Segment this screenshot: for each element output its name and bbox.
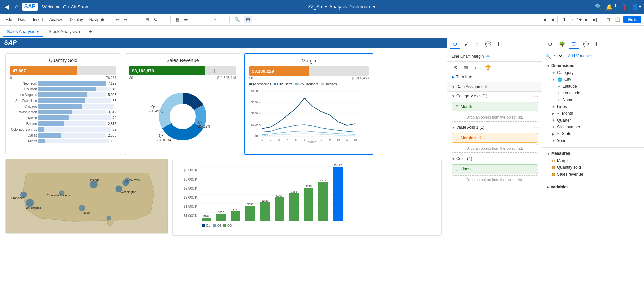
more-btn-4[interactable]: ···: [220, 16, 227, 23]
panel-tab-format[interactable]: ≡: [473, 40, 481, 49]
var-tab-hierarchy[interactable]: 🌳: [556, 40, 568, 49]
turn-into-row[interactable]: ▶ Turn Into...: [447, 73, 542, 82]
dim-category[interactable]: ✦ Category: [547, 69, 640, 76]
dashboard-title-btn[interactable]: ZZ_Sales Analysis Dashboard ▾: [91, 4, 592, 10]
more-btn-5[interactable]: ···: [253, 16, 260, 23]
text-btn[interactable]: T: [204, 16, 210, 23]
value-axis-header[interactable]: ▼ Value Axis 1 (1) ···: [447, 123, 542, 132]
var-tab-comment2[interactable]: 💬: [580, 40, 591, 49]
drop-zone-category[interactable]: Drop an object from the object list.: [452, 113, 538, 122]
assigned-month-item[interactable]: ⊞ Month: [452, 102, 538, 111]
variables-header[interactable]: ▶ Variables: [547, 185, 640, 189]
help-icon[interactable]: ❓: [621, 3, 628, 10]
value-axis-more[interactable]: ···: [534, 125, 538, 130]
var-tab-info2[interactable]: ℹ: [593, 40, 600, 49]
formula-btn[interactable]: fx: [211, 16, 218, 23]
dim-city[interactable]: ▼ 🌐 City: [547, 76, 640, 83]
add-variable-btn[interactable]: + Add Variable: [565, 54, 591, 58]
analyze-menu[interactable]: Analyze: [47, 16, 67, 23]
assigned-margin-item[interactable]: ⊟ Margin in K: [452, 133, 538, 143]
dim-quarter[interactable]: ✦ Quarter: [547, 117, 640, 124]
edit-button[interactable]: Edit: [623, 16, 641, 23]
category-axis-more[interactable]: ···: [534, 93, 538, 99]
next-page-btn[interactable]: ▶: [583, 16, 590, 23]
svg-text:(20.49%): (20.49%): [149, 109, 163, 113]
grid-btn[interactable]: ⊞: [144, 16, 151, 23]
more-btn-1[interactable]: ···: [131, 16, 138, 23]
color-section-more[interactable]: ···: [534, 156, 538, 161]
drop-zone-value[interactable]: Drop an object from the object list.: [452, 144, 538, 153]
margin-max: $6,360,458: [352, 76, 369, 80]
city-label: City: [564, 77, 571, 82]
redo-btn[interactable]: ↪: [122, 16, 129, 23]
measures-label: Measures: [551, 151, 570, 156]
data-assignment-header[interactable]: ▼ Data Assignment ···: [447, 82, 542, 92]
svg-text:$287: $287: [233, 208, 239, 211]
dim-lines[interactable]: ✦ Lines: [547, 103, 640, 110]
navigate-menu[interactable]: Navigate: [87, 16, 108, 23]
sort-icon-btn[interactable]: ↑↓: [472, 64, 481, 71]
tab-sales-analysis[interactable]: Sales Analysis ▾: [3, 27, 43, 37]
view-btn[interactable]: ⊟: [244, 16, 252, 23]
refresh-btn[interactable]: ↻: [152, 16, 159, 23]
layout-btn[interactable]: ▦: [173, 16, 181, 23]
panel-tab-comment[interactable]: 💬: [482, 40, 494, 49]
dim-latitude[interactable]: ✦ Latitude: [547, 83, 640, 90]
measure-margin[interactable]: ⊟ Margin: [547, 157, 640, 164]
dim-longitude[interactable]: ✦ Longitude: [547, 90, 640, 96]
dim-name[interactable]: ✦ Name: [547, 96, 640, 103]
home-button[interactable]: ⌂: [13, 3, 20, 11]
panel-edit-icon[interactable]: ✏: [486, 54, 490, 59]
first-page-btn[interactable]: |◀: [540, 16, 548, 23]
undo-btn[interactable]: ↩: [114, 16, 121, 23]
tab-stock-analysis[interactable]: Stock Analysis ▾: [44, 27, 85, 37]
user-icon[interactable]: 👤▾: [632, 3, 641, 10]
dim-sku[interactable]: ✦ SKU number: [547, 124, 640, 130]
funnel-icon-btn[interactable]: ⛃: [462, 64, 470, 71]
map-svg: Chicago New York Washington Colorado S: [6, 159, 168, 233]
drop-zone-color[interactable]: Drop an object from the object list.: [452, 175, 538, 184]
dimensions-header[interactable]: ▼ Dimensions: [547, 63, 640, 68]
more-btn-3[interactable]: ···: [191, 16, 198, 23]
align-btn[interactable]: ☰: [182, 16, 190, 23]
sort-select[interactable]: ↑↓: [552, 53, 563, 59]
dim-state[interactable]: ▶ ✦ State: [547, 130, 640, 137]
dim-month[interactable]: ▶ ✦ Month: [547, 110, 640, 117]
page-total: of 1+: [572, 17, 582, 22]
sales-measure-label: Sales revenue: [557, 172, 583, 177]
add-tab-button[interactable]: +: [89, 28, 93, 35]
panel-tab-style[interactable]: 🖌: [461, 40, 472, 49]
color-section-header[interactable]: ▼ Color (1) ···: [447, 154, 542, 163]
filter-icon-btn[interactable]: ⚙: [452, 64, 460, 71]
file-menu[interactable]: File: [3, 16, 15, 23]
measure-quantity[interactable]: ⊟ Quantity sold: [547, 164, 640, 171]
search-icon-var[interactable]: 🔍: [545, 53, 551, 59]
data-assignment-more[interactable]: ···: [534, 84, 538, 89]
panel-tab-settings[interactable]: ⚙: [450, 40, 460, 49]
prev-page-btn[interactable]: ◀: [549, 16, 556, 23]
y-label-1500: $1,500 K: [177, 205, 197, 209]
var-tab-list[interactable]: ☰: [569, 40, 579, 49]
panel-tab-info[interactable]: ℹ: [495, 40, 502, 49]
zoom-out-btn[interactable]: 🔍-: [233, 16, 243, 23]
var-tab-design[interactable]: ⚙: [545, 40, 555, 49]
dim-year[interactable]: ✦ Year: [547, 137, 640, 144]
ranking-icon-btn[interactable]: 🏆: [483, 64, 493, 71]
design-btn[interactable]: ⊡: [605, 16, 612, 23]
assigned-lines-item[interactable]: ⊞ Lines: [452, 164, 538, 174]
measures-header[interactable]: ▼ Measures: [547, 151, 640, 156]
menu-divider-6: [602, 16, 602, 23]
clipboard-btn[interactable]: 📋: [613, 16, 622, 23]
search-icon[interactable]: 🔍: [595, 3, 602, 10]
category-axis-header[interactable]: ▼ Category Axis (1) ···: [447, 92, 542, 101]
last-page-btn[interactable]: ▶|: [591, 16, 599, 23]
insert-menu[interactable]: Insert: [30, 16, 46, 23]
data-menu[interactable]: Data: [15, 16, 29, 23]
back-button[interactable]: ◀: [3, 3, 11, 11]
more-btn-2[interactable]: ···: [161, 16, 168, 23]
notification-icon[interactable]: 🔔 1: [606, 3, 617, 11]
page-input[interactable]: 1: [557, 16, 571, 23]
tab-stock-label: Stock Analysis: [49, 29, 77, 34]
display-menu[interactable]: Display: [67, 16, 86, 23]
measure-sales[interactable]: ⊟ Sales revenue: [547, 171, 640, 178]
